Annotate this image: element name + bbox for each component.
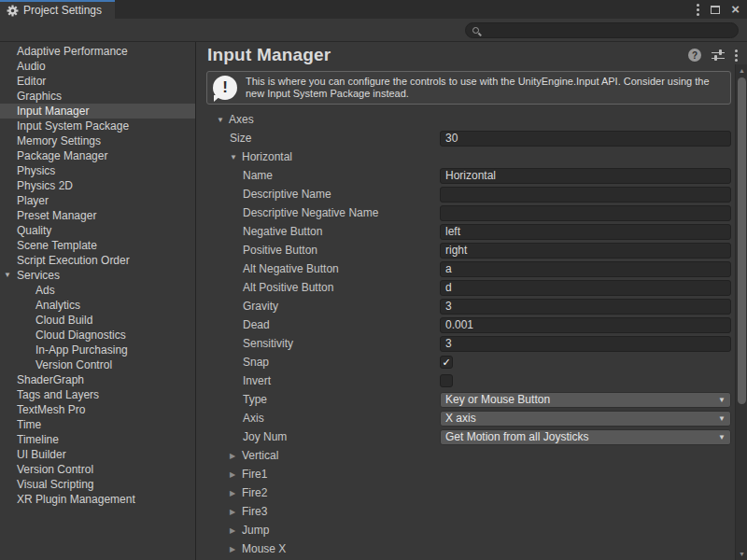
scroll-up-icon[interactable]: ▲ [736, 67, 747, 74]
sidebar-item-preset-manager[interactable]: Preset Manager [0, 208, 195, 223]
scrollbar-thumb[interactable] [738, 77, 746, 404]
search-box[interactable] [465, 22, 739, 38]
name-field[interactable] [440, 168, 731, 184]
negative-button-field[interactable] [440, 224, 731, 240]
sidebar-item-label: Timeline [17, 433, 59, 446]
sidebar-item-quality[interactable]: Quality [0, 223, 195, 238]
window-menu-icon[interactable] [697, 4, 699, 16]
property-label-text: Axis [243, 412, 264, 425]
foldout-closed-icon[interactable]: ▶ [230, 489, 242, 497]
sidebar-item-ui-builder[interactable]: UI Builder [0, 447, 195, 462]
sidebar-item-audio[interactable]: Audio [0, 59, 195, 74]
property-label-jump[interactable]: ▶Jump [206, 524, 440, 537]
property-label-fire2[interactable]: ▶Fire2 [206, 486, 440, 499]
sidebar-item-editor[interactable]: Editor [0, 74, 195, 89]
sidebar-item-version-control-2[interactable]: Version Control [0, 462, 195, 477]
property-row-dead: Dead [206, 315, 731, 334]
property-label-mouse-x[interactable]: ▶Mouse X [206, 542, 440, 555]
foldout-open-icon[interactable]: ▼ [217, 116, 229, 124]
joy-num-dropdown[interactable]: Get Motion from all Joysticks▼ [440, 429, 731, 445]
foldout-closed-icon[interactable]: ▶ [230, 452, 242, 460]
tab-project-settings[interactable]: Project Settings [0, 0, 115, 19]
descriptive-negative-name-field[interactable] [440, 205, 731, 221]
foldout-open-icon[interactable]: ▼ [230, 153, 242, 161]
property-label-text: Size [230, 132, 251, 145]
foldout-open-icon[interactable]: ▼ [4, 271, 11, 279]
size-field[interactable] [440, 131, 731, 147]
sidebar-item-cloud-diagnostics[interactable]: Cloud Diagnostics [0, 328, 195, 343]
sidebar-item-adaptive-performance[interactable]: Adaptive Performance [0, 44, 195, 59]
sidebar-item-version-control[interactable]: Version Control [0, 357, 195, 372]
foldout-closed-icon[interactable]: ▶ [230, 526, 242, 535]
sidebar-item-xr-plugin-management[interactable]: XR Plugin Management [0, 492, 195, 507]
sidebar-item-shadergraph[interactable]: ShaderGraph [0, 372, 195, 387]
sensitivity-field[interactable] [440, 336, 731, 352]
sidebar-item-services[interactable]: ▼Services [0, 268, 195, 283]
property-field-axis: X axis▼ [440, 411, 731, 427]
property-label-vertical[interactable]: ▶Vertical [206, 449, 440, 462]
alt-negative-button-field[interactable] [440, 261, 731, 277]
snap-checkbox[interactable]: ✓ [440, 356, 453, 369]
vertical-scrollbar[interactable]: ▲ ▼ [735, 64, 747, 560]
property-field-positive-button [440, 243, 731, 259]
sidebar-item-timeline[interactable]: Timeline [0, 432, 195, 447]
sidebar-item-scene-template[interactable]: Scene Template [0, 238, 195, 253]
descriptive-name-field[interactable] [440, 187, 731, 203]
sidebar-item-time[interactable]: Time [0, 417, 195, 432]
sidebar-item-cloud-build[interactable]: Cloud Build [0, 313, 195, 328]
sidebar-item-label: Services [17, 269, 60, 282]
sidebar-item-label: Adaptive Performance [17, 45, 128, 58]
foldout-closed-icon[interactable]: ▶ [230, 508, 242, 516]
panel-menu-icon[interactable] [735, 49, 738, 62]
property-label-fire1[interactable]: ▶Fire1 [206, 468, 440, 481]
property-label-fire3[interactable]: ▶Fire3 [206, 505, 440, 518]
sidebar-item-ads[interactable]: Ads [0, 283, 195, 298]
sidebar-item-input-system-package[interactable]: Input System Package [0, 119, 195, 133]
property-label-horizontal[interactable]: ▼Horizontal [206, 150, 440, 163]
search-input[interactable] [484, 24, 731, 35]
property-label-text: Sensitivity [243, 337, 293, 350]
property-label-alt-positive-button: Alt Positive Button [206, 281, 440, 294]
property-label-text: Type [243, 393, 267, 406]
sidebar-item-physics[interactable]: Physics [0, 163, 195, 178]
help-icon[interactable]: ? [688, 49, 701, 62]
sidebar-item-script-execution-order[interactable]: Script Execution Order [0, 253, 195, 268]
sidebar-item-physics-2d[interactable]: Physics 2D [0, 178, 195, 193]
gear-icon [7, 5, 19, 17]
property-field-invert [440, 374, 731, 387]
maximize-icon[interactable] [711, 6, 720, 14]
sidebar-item-package-manager[interactable]: Package Manager [0, 148, 195, 163]
scroll-down-icon[interactable]: ▼ [736, 551, 747, 557]
property-label-axes[interactable]: ▼Axes [206, 113, 440, 126]
sidebar-item-tags-and-layers[interactable]: Tags and Layers [0, 387, 195, 402]
gravity-field[interactable] [440, 299, 731, 315]
foldout-closed-icon[interactable]: ▶ [230, 545, 242, 553]
property-row-jump: ▶Jump [206, 521, 731, 539]
sidebar-item-label: Physics 2D [17, 179, 73, 192]
property-label-descriptive-name: Descriptive Name [206, 188, 440, 201]
sidebar-item-player[interactable]: Player [0, 193, 195, 208]
preset-icon[interactable] [712, 49, 725, 62]
alt-positive-button-field[interactable] [440, 280, 731, 296]
property-field-size [440, 131, 731, 147]
property-label-text: Horizontal [242, 150, 292, 163]
property-label-text: Descriptive Name [243, 188, 331, 201]
dead-field[interactable] [440, 317, 731, 333]
property-row-size: Size [206, 129, 731, 147]
sidebar-item-visual-scripting[interactable]: Visual Scripting [0, 477, 195, 492]
sidebar-item-analytics[interactable]: Analytics [0, 298, 195, 313]
sidebar-item-textmesh-pro[interactable]: TextMesh Pro [0, 402, 195, 417]
sidebar-item-graphics[interactable]: Graphics [0, 89, 195, 104]
positive-button-field[interactable] [440, 243, 731, 259]
axis-dropdown[interactable]: X axis▼ [440, 411, 731, 427]
close-icon[interactable]: × [731, 5, 740, 14]
invert-checkbox[interactable] [440, 374, 453, 387]
foldout-closed-icon[interactable]: ▶ [230, 470, 242, 479]
sidebar-item-input-manager[interactable]: Input Manager [0, 104, 195, 119]
sidebar-item-memory-settings[interactable]: Memory Settings [0, 133, 195, 148]
property-row-snap: Snap✓ [206, 353, 731, 371]
property-label-text: Name [243, 169, 273, 182]
sidebar-item-in-app-purchasing[interactable]: In-App Purchasing [0, 343, 195, 357]
type-dropdown[interactable]: Key or Mouse Button▼ [440, 392, 731, 408]
sidebar-item-label: Memory Settings [17, 134, 101, 147]
